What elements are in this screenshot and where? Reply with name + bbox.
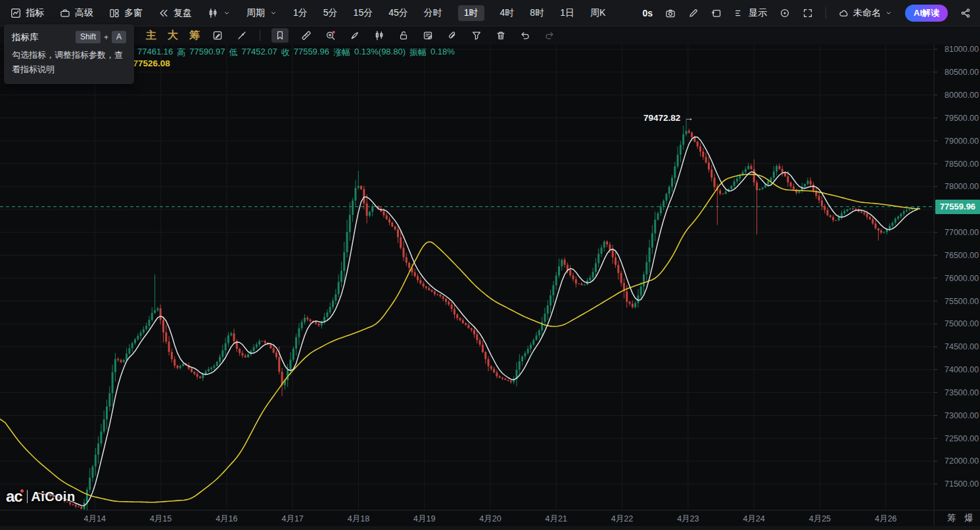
svg-text:4月16: 4月16: [216, 514, 237, 523]
logo-dot: [20, 489, 24, 493]
menu-multiwindow[interactable]: 多窗: [109, 7, 143, 19]
svg-text:73000.00: 73000.00: [945, 411, 979, 420]
bottom-strip: [0, 526, 980, 530]
svg-text:74500.00: 74500.00: [945, 342, 979, 351]
ai-analysis-button[interactable]: AI解读: [905, 5, 948, 22]
top-toolbar: 指标高级多窗复盘周期1分5分15分45分分时1时4时8时1日周K 0s显示未命名…: [0, 0, 980, 26]
timeframe-1日[interactable]: 1日: [560, 7, 574, 19]
timeframe-1时[interactable]: 1时: [458, 5, 484, 21]
svg-text:81000.00: 81000.00: [945, 45, 979, 54]
ruler-icon[interactable]: [300, 29, 313, 42]
timeframe-15分[interactable]: 15分: [354, 7, 373, 19]
tooltip-title: 指标库: [12, 32, 39, 43]
timeframe-周K[interactable]: 周K: [590, 7, 605, 19]
display-menu[interactable]: 显示: [734, 7, 767, 19]
low-value: 77452.07: [241, 47, 277, 58]
high-label: 高: [177, 47, 185, 58]
indicator-library-tooltip: 指标库 Shift + A 勾选指标，调整指标参数，查看指标说明: [4, 24, 134, 84]
amplitude-value: 0.18%: [431, 47, 455, 58]
countdown-timer: 0s: [642, 8, 653, 18]
gold-toggle-0[interactable]: 主: [146, 30, 156, 41]
menu-replay[interactable]: 复盘: [158, 7, 192, 19]
pen-icon[interactable]: [348, 29, 362, 42]
logo-name: AiCoin: [31, 489, 75, 504]
camera-icon[interactable]: [665, 8, 676, 18]
menu-advanced-label: 高级: [75, 7, 93, 19]
svg-text:80000.00: 80000.00: [945, 91, 979, 100]
plus-sign: +: [104, 33, 108, 42]
liquidation-button[interactable]: 爆: [965, 512, 974, 524]
tooltip-shortcut: Shift + A: [76, 31, 126, 43]
lock-open-icon[interactable]: [397, 29, 410, 42]
menu-replay-label: 复盘: [174, 7, 192, 19]
funnel-icon[interactable]: [470, 29, 483, 42]
svg-text:72000.00: 72000.00: [945, 456, 979, 466]
list-icon: [734, 8, 745, 18]
candlestick-chart[interactable]: 81000.0080500.0080000.0079500.0079000.00…: [0, 0, 980, 530]
target-icon[interactable]: [780, 8, 790, 18]
timeframe-分时[interactable]: 分时: [424, 7, 442, 19]
rewind-icon: [158, 8, 169, 18]
toolbar-left-group: 指标高级多窗复盘周期1分5分15分45分分时1时4时8时1日周K: [0, 5, 605, 21]
change-value: 0.13%(98.80): [354, 47, 406, 58]
briefcase-icon: [60, 8, 70, 18]
form-edit-icon[interactable]: [421, 29, 434, 42]
peak-annotation: 79472.82 →: [643, 113, 693, 123]
open-value: 77461.16: [137, 47, 173, 58]
period-dropdown[interactable]: 周期: [246, 7, 277, 19]
redo-icon[interactable]: [543, 29, 556, 42]
low-label: 低: [229, 47, 237, 58]
svg-text:78500.00: 78500.00: [945, 160, 979, 169]
chevron-down-icon: [223, 9, 231, 17]
undo-icon[interactable]: [519, 29, 532, 42]
workspace-dropdown[interactable]: 未命名: [839, 7, 893, 19]
gold-toggle-2[interactable]: 筹: [189, 30, 200, 41]
svg-text:75500.00: 75500.00: [945, 297, 979, 306]
menu-indicator-label: 指标: [26, 7, 44, 19]
paperclip-icon[interactable]: [446, 29, 459, 42]
svg-text:4月18: 4月18: [348, 514, 369, 523]
menu-advanced[interactable]: 高级: [60, 7, 93, 19]
svg-text:76500.00: 76500.00: [945, 251, 979, 260]
ohlc-info: 77461.16 高 77590.97 低 77452.07 收 77559.9…: [137, 47, 455, 58]
pencil-icon[interactable]: [688, 8, 699, 18]
gold-toggle-1[interactable]: 大: [168, 30, 178, 41]
close-value: 77559.96: [294, 47, 329, 58]
timeframe-1分[interactable]: 1分: [293, 7, 308, 19]
svg-text:73500.00: 73500.00: [945, 388, 979, 397]
display-label: 显示: [749, 7, 767, 19]
timeframe-45分[interactable]: 45分: [388, 7, 408, 19]
menu-indicator[interactable]: 指标: [11, 7, 44, 19]
period-label: 周期: [246, 7, 265, 19]
multiwindow-icon: [109, 8, 120, 18]
svg-text:4月24: 4月24: [743, 514, 764, 523]
svg-text:74000.00: 74000.00: [945, 365, 979, 374]
change-label: 涨幅: [333, 47, 350, 58]
toolbar-divider: [826, 7, 826, 19]
edit-square-icon[interactable]: [211, 29, 224, 42]
current-price-label: 77559.96: [935, 200, 980, 214]
zoom-in-icon[interactable]: [324, 29, 337, 42]
window-plus-icon[interactable]: [711, 8, 722, 18]
trash-icon[interactable]: [494, 29, 507, 42]
svg-text:4月17: 4月17: [281, 514, 303, 523]
svg-text:76000.00: 76000.00: [945, 274, 979, 283]
svg-text:4月25: 4月25: [809, 514, 831, 523]
trend-line-icon[interactable]: [235, 29, 248, 42]
peak-price: 79472.82: [643, 113, 680, 123]
timeframe-8时[interactable]: 8时: [530, 7, 544, 19]
candles-small-icon[interactable]: [373, 29, 386, 42]
svg-text:75000.00: 75000.00: [945, 319, 979, 328]
chart-style-dropdown[interactable]: [208, 8, 231, 18]
timeframe-5分[interactable]: 5分: [323, 7, 338, 19]
share-icon[interactable]: [960, 8, 971, 18]
indicator-shortcuts: 筹 爆: [947, 512, 973, 524]
chip-distribution-button[interactable]: 筹: [947, 512, 956, 524]
timeframe-4时[interactable]: 4时: [500, 7, 515, 19]
aicoin-logo: ac AiCoin: [6, 487, 76, 506]
bookmark-icon[interactable]: [271, 28, 289, 43]
expand-icon[interactable]: [803, 8, 813, 18]
svg-text:78000.00: 78000.00: [945, 182, 979, 191]
candles-icon: [208, 8, 218, 18]
cloud-icon: [839, 8, 849, 18]
